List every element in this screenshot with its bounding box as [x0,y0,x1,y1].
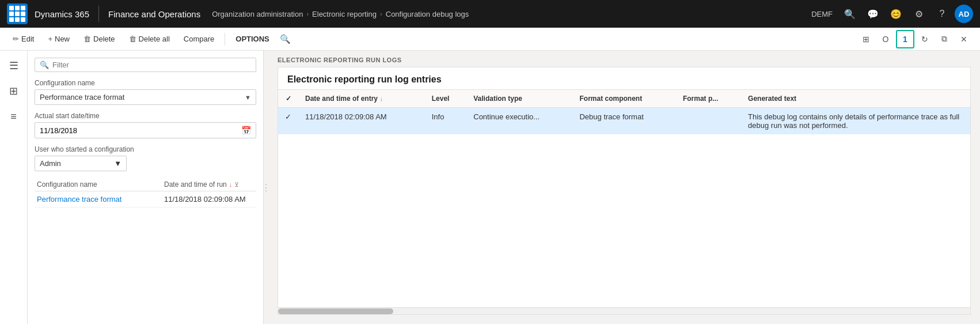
config-name-arrow: ▼ [245,94,251,101]
edit-button[interactable]: ✏ Edit [7,32,40,46]
config-list: Configuration name Date and time of run … [35,178,256,208]
search-nav-button[interactable]: 🔍 [840,3,860,24]
th-component: Format component [572,90,675,108]
th-validation: Validation type [466,90,572,108]
env-label: DEMF [811,10,833,18]
user-label: User who started a configuration [35,145,256,153]
filter-search-field[interactable]: 🔍 [35,58,256,72]
options-button[interactable]: OPTIONS [230,32,275,46]
sort-down-icon[interactable]: ↓ [229,181,233,188]
office-button[interactable]: O [876,30,895,48]
personalize-button[interactable]: ⊞ [857,30,875,48]
bc-er[interactable]: Electronic reporting [312,10,377,18]
list-header-col2: Date and time of run ↓ ⊻ [164,180,256,189]
row-validation: Continue executio... [466,108,572,135]
calendar-icon[interactable]: 📅 [241,126,251,135]
row-format-p [676,108,741,135]
filter-input[interactable] [52,61,251,69]
list-row-config: Performance trace format [37,195,164,204]
start-date-group: Actual start date/time 📅 [35,112,256,138]
finance-label: Finance and Operations [108,9,200,19]
settings-icon-button[interactable]: ⚙ [909,3,929,24]
notifications-button[interactable]: 1 [896,30,914,48]
filter-nav-button[interactable]: ⊞ [3,81,24,101]
smiley-icon-button[interactable]: 😊 [886,3,906,24]
new-window-button[interactable]: ⧉ [935,30,954,48]
new-icon: + [48,35,52,43]
row-check[interactable]: ✓ [278,108,298,135]
user-avatar[interactable]: AD [955,5,973,23]
config-list-header: Configuration name Date and time of run … [35,178,256,191]
notif-count: 1 [903,35,907,44]
bc-org[interactable]: Organization administration [212,10,303,18]
filter-panel: 🔍 Configuration name Performance trace f… [28,51,264,324]
start-date-label: Actual start date/time [35,112,256,120]
delete-all-icon: 🗑 [129,35,136,43]
th-check: ✓ [278,90,298,108]
new-button[interactable]: + New [42,32,75,46]
bc-debug[interactable]: Configuration debug logs [386,10,469,18]
chat-icon-button[interactable]: 💬 [863,3,883,24]
config-name-value: Performance trace format [40,93,124,101]
th-generated: Generated text [741,90,970,108]
toolbar: ✏ Edit + New 🗑 Delete 🗑 Delete all Compa… [0,28,980,51]
config-name-dropdown[interactable]: Performance trace format ▼ [35,89,256,105]
hamburger-button[interactable]: ☰ [3,55,24,76]
user-group: User who started a configuration Admin ▼ [35,145,256,171]
refresh-button[interactable]: ↻ [916,30,934,48]
user-arrow: ▼ [114,159,121,168]
list-item[interactable]: Performance trace format 11/18/2018 02:0… [35,191,256,208]
start-date-field[interactable]: 📅 [35,122,256,138]
compare-button[interactable]: Compare [178,32,220,46]
content-inner: Electronic reporting run log entries ✓ D… [278,67,971,315]
list-nav-button[interactable]: ≡ [3,106,24,127]
row-datetime: 11/18/2018 02:09:08 AM [298,108,425,135]
main-layout: ☰ ⊞ ≡ 🔍 Configuration name Performance t… [0,51,980,324]
toolbar-search-button[interactable]: 🔍 [280,34,291,44]
edit-icon: ✏ [13,35,19,43]
section-label: ELECTRONIC REPORTING RUN LOGS [268,51,980,67]
table-row[interactable]: ✓ 11/18/2018 02:09:08 AM Info Continue e… [278,108,970,135]
list-filter-icon[interactable]: ⊻ [234,181,239,189]
content-panel: ELECTRONIC REPORTING RUN LOGS Electronic… [268,51,980,324]
delete-button[interactable]: 🗑 Delete [78,32,121,46]
start-date-input[interactable] [40,126,241,135]
entries-title: Electronic reporting run log entries [278,67,970,90]
datetime-sort-icon[interactable]: ↓ [379,95,383,102]
config-name-label: Configuration name [35,79,256,87]
toolbar-right-tools: ⊞ O 1 ↻ ⧉ ✕ [857,30,973,48]
th-datetime: Date and time of entry ↓ [298,90,425,108]
nav-right-icons: DEMF 🔍 💬 😊 ⚙ ? AD [811,3,973,24]
delete-all-button[interactable]: 🗑 Delete all [123,32,176,46]
list-row-date: 11/18/2018 02:09:08 AM [164,195,256,204]
help-icon-button[interactable]: ? [932,3,952,24]
toolbar-separator [225,33,225,46]
breadcrumb: Organization administration › Electronic… [212,10,811,18]
horizontal-scrollbar[interactable] [278,307,970,314]
top-navigation: Dynamics 365 Finance and Operations Orga… [0,0,980,28]
th-format-p: Format p... [676,90,741,108]
delete-icon: 🗑 [83,35,91,43]
brand-label: Dynamics 365 [35,9,89,19]
filter-search-icon: 🔍 [40,61,49,69]
log-table: ✓ Date and time of entry ↓ Level Validat… [278,90,970,134]
list-header-col1: Configuration name [35,180,164,189]
row-level: Info [425,108,467,135]
th-level: Level [425,90,467,108]
user-dropdown[interactable]: Admin ▼ [35,156,127,171]
scrollbar-thumb[interactable] [278,308,393,314]
row-generated: This debug log contains only details of … [741,108,970,135]
close-button[interactable]: ✕ [955,30,973,48]
user-value: Admin [40,159,61,168]
log-table-wrapper: ✓ Date and time of entry ↓ Level Validat… [278,90,970,307]
config-name-group: Configuration name Performance trace for… [35,79,256,105]
bc-sep1: › [306,10,309,17]
nav-divider [98,6,99,22]
left-nav: ☰ ⊞ ≡ [0,51,28,324]
row-component: Debug trace format [572,108,675,135]
resize-handle[interactable] [264,51,268,324]
apps-icon[interactable] [7,3,28,24]
bc-sep2: › [380,10,382,17]
